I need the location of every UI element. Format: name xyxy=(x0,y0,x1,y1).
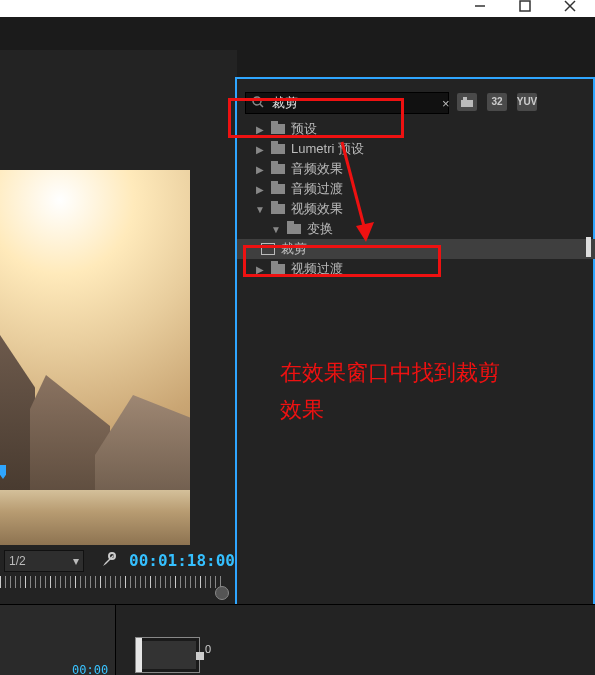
effect-type-filters: 32 YUV xyxy=(457,93,537,111)
program-monitor: 1/2 ▾ 00:01:18:00 xyxy=(0,50,237,605)
time-ruler[interactable] xyxy=(0,576,225,588)
clip-trim-handle[interactable] xyxy=(196,652,204,660)
clip-thumbnail xyxy=(139,641,196,669)
window-minimize-button[interactable] xyxy=(460,0,500,16)
monitor-controls: 1/2 ▾ 00:01:18:00 xyxy=(0,546,237,576)
folder-icon xyxy=(271,164,285,174)
clip-duration-label: 0 xyxy=(205,643,211,655)
chevron-right-icon: ▶ xyxy=(255,144,265,155)
preview-water xyxy=(0,490,190,545)
annotation-text: 在效果窗口中找到裁剪 效果 xyxy=(280,354,500,429)
video-preview xyxy=(0,170,190,545)
svg-rect-1 xyxy=(520,1,530,11)
annotation-arrow xyxy=(336,138,376,248)
folder-icon xyxy=(271,144,285,154)
tree-lumetri-presets[interactable]: ▶ Lumetri 预设 xyxy=(243,139,587,159)
tree-label: 变换 xyxy=(307,220,333,238)
zoom-value: 1/2 xyxy=(9,554,26,568)
annotation-box-crop xyxy=(243,245,441,277)
timeline-header: 00:00 xyxy=(0,605,116,675)
svg-rect-15 xyxy=(463,97,467,100)
chevron-down-icon: ▼ xyxy=(255,204,265,215)
tree-transform[interactable]: ▼ 变换 xyxy=(243,219,587,239)
folder-icon xyxy=(271,204,285,214)
svg-line-16 xyxy=(342,142,366,234)
timeline-time-label: 00:00 xyxy=(72,663,108,675)
screenshot-root: { "window": {"min":"−","max":"□","close"… xyxy=(0,0,595,675)
tree-audio-transitions[interactable]: ▶ 音频过渡 xyxy=(243,179,587,199)
annotation-line2: 效果 xyxy=(280,397,324,422)
chevron-right-icon: ▶ xyxy=(255,184,265,195)
svg-rect-14 xyxy=(461,100,473,107)
svg-marker-17 xyxy=(356,222,374,242)
clip-left-edge xyxy=(136,638,142,672)
annotation-line1: 在效果窗口中找到裁剪 xyxy=(280,360,500,385)
window-titlebar xyxy=(0,0,595,17)
timeline-panel: 00:00 0 xyxy=(0,604,595,675)
timeline-clip[interactable] xyxy=(135,637,200,673)
zoom-scroll-knob[interactable] xyxy=(215,586,229,600)
effects-panel: × 32 YUV ▶ 预设 ▶ Lumetri 预设 xyxy=(235,77,595,609)
folder-icon xyxy=(271,184,285,194)
zoom-select[interactable]: 1/2 ▾ xyxy=(4,550,84,572)
tree-audio-effects[interactable]: ▶ 音频效果 xyxy=(243,159,587,179)
window-maximize-button[interactable] xyxy=(505,0,545,16)
yuv-filter-icon[interactable]: YUV xyxy=(517,93,537,111)
folder-icon xyxy=(287,224,301,234)
tree-video-effects[interactable]: ▼ 视频效果 xyxy=(243,199,587,219)
32bit-filter-icon[interactable]: 32 xyxy=(487,93,507,111)
chevron-right-icon: ▶ xyxy=(255,164,265,175)
accelerated-filter-icon[interactable] xyxy=(457,93,477,111)
timecode-display[interactable]: 00:01:18:00 xyxy=(129,553,235,569)
window-close-button[interactable] xyxy=(550,0,590,16)
selection-end-handle xyxy=(586,237,591,257)
chevron-down-icon: ▾ xyxy=(73,554,79,568)
settings-wrench-icon[interactable] xyxy=(99,551,117,572)
clear-search-icon[interactable]: × xyxy=(442,96,450,111)
chevron-down-icon: ▼ xyxy=(271,224,281,235)
annotation-box-search xyxy=(228,98,404,138)
